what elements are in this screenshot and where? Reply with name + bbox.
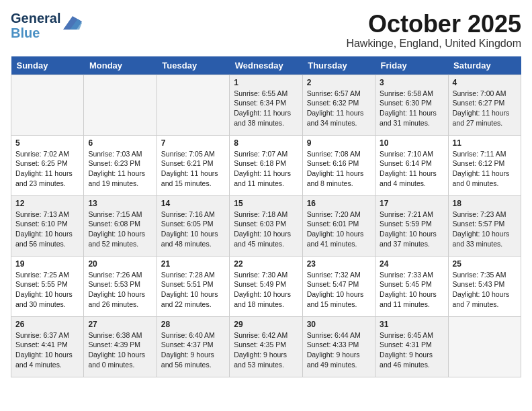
day-info: Sunrise: 7:03 AM Sunset: 6:23 PM Dayligh… xyxy=(88,149,152,189)
header-day-tuesday: Tuesday xyxy=(157,56,229,75)
calendar-cell: 16Sunrise: 7:20 AM Sunset: 6:01 PM Dayli… xyxy=(302,195,375,256)
calendar-cell: 2Sunrise: 6:57 AM Sunset: 6:32 PM Daylig… xyxy=(302,75,375,135)
header-day-friday: Friday xyxy=(375,56,448,75)
day-info: Sunrise: 6:58 AM Sunset: 6:30 PM Dayligh… xyxy=(380,89,443,128)
calendar-cell: 10Sunrise: 7:10 AM Sunset: 6:14 PM Dayli… xyxy=(375,135,448,195)
calendar-cell: 27Sunrise: 6:38 AM Sunset: 4:39 PM Dayli… xyxy=(84,316,157,377)
calendar-cell: 13Sunrise: 7:15 AM Sunset: 6:08 PM Dayli… xyxy=(84,195,157,256)
day-info: Sunrise: 7:30 AM Sunset: 5:49 PM Dayligh… xyxy=(234,270,298,310)
calendar-cell: 20Sunrise: 7:26 AM Sunset: 5:53 PM Dayli… xyxy=(84,256,157,316)
header-day-saturday: Saturday xyxy=(448,56,521,75)
day-number: 5 xyxy=(15,138,79,148)
day-number: 3 xyxy=(380,78,443,87)
calendar-cell: 24Sunrise: 7:33 AM Sunset: 5:45 PM Dayli… xyxy=(375,256,448,316)
day-number: 14 xyxy=(161,199,225,208)
calendar-cell: 25Sunrise: 7:35 AM Sunset: 5:43 PM Dayli… xyxy=(448,256,521,316)
day-number: 18 xyxy=(453,199,517,208)
day-info: Sunrise: 6:45 AM Sunset: 4:31 PM Dayligh… xyxy=(380,330,443,370)
day-number: 2 xyxy=(307,78,371,87)
day-number: 8 xyxy=(234,138,298,148)
day-number: 20 xyxy=(88,259,152,269)
day-info: Sunrise: 7:20 AM Sunset: 6:01 PM Dayligh… xyxy=(307,210,371,249)
calendar-cell: 21Sunrise: 7:28 AM Sunset: 5:51 PM Dayli… xyxy=(157,256,229,316)
calendar-cell xyxy=(11,75,84,135)
day-number: 19 xyxy=(15,259,79,269)
calendar-cell: 4Sunrise: 7:00 AM Sunset: 6:27 PM Daylig… xyxy=(448,75,521,135)
day-info: Sunrise: 7:05 AM Sunset: 6:21 PM Dayligh… xyxy=(161,149,225,189)
day-number: 23 xyxy=(307,259,371,269)
day-number: 30 xyxy=(307,320,371,329)
calendar-cell: 18Sunrise: 7:23 AM Sunset: 5:57 PM Dayli… xyxy=(448,195,521,256)
calendar-week-3: 12Sunrise: 7:13 AM Sunset: 6:10 PM Dayli… xyxy=(11,195,521,256)
calendar-cell xyxy=(84,75,157,135)
day-number: 11 xyxy=(453,138,517,148)
calendar-cell: 14Sunrise: 7:16 AM Sunset: 6:05 PM Dayli… xyxy=(157,195,229,256)
calendar-week-2: 5Sunrise: 7:02 AM Sunset: 6:25 PM Daylig… xyxy=(11,135,521,195)
day-info: Sunrise: 7:23 AM Sunset: 5:57 PM Dayligh… xyxy=(453,210,517,249)
calendar-cell: 30Sunrise: 6:44 AM Sunset: 4:33 PM Dayli… xyxy=(302,316,375,377)
logo-icon xyxy=(63,16,82,30)
day-info: Sunrise: 6:40 AM Sunset: 4:37 PM Dayligh… xyxy=(161,330,225,370)
day-info: Sunrise: 7:32 AM Sunset: 5:47 PM Dayligh… xyxy=(307,270,371,310)
day-info: Sunrise: 7:02 AM Sunset: 6:25 PM Dayligh… xyxy=(15,149,79,189)
day-info: Sunrise: 7:11 AM Sunset: 6:12 PM Dayligh… xyxy=(453,149,517,189)
day-info: Sunrise: 7:35 AM Sunset: 5:43 PM Dayligh… xyxy=(453,270,517,310)
calendar-cell: 22Sunrise: 7:30 AM Sunset: 5:49 PM Dayli… xyxy=(230,256,302,316)
day-number: 22 xyxy=(234,259,298,269)
logo-text: GeneralBlue xyxy=(11,11,60,40)
day-number: 21 xyxy=(161,259,225,269)
calendar-cell: 15Sunrise: 7:18 AM Sunset: 6:03 PM Dayli… xyxy=(230,195,302,256)
header-day-monday: Monday xyxy=(84,56,157,75)
day-number: 7 xyxy=(161,138,225,148)
day-info: Sunrise: 7:21 AM Sunset: 5:59 PM Dayligh… xyxy=(380,210,443,249)
day-info: Sunrise: 7:10 AM Sunset: 6:14 PM Dayligh… xyxy=(380,149,443,189)
day-info: Sunrise: 7:18 AM Sunset: 6:03 PM Dayligh… xyxy=(234,210,298,249)
day-info: Sunrise: 7:08 AM Sunset: 6:16 PM Dayligh… xyxy=(307,149,371,189)
title-section: October 2025 Hawkinge, England, United K… xyxy=(346,11,521,50)
calendar-table: SundayMondayTuesdayWednesdayThursdayFrid… xyxy=(11,56,521,377)
calendar-cell: 28Sunrise: 6:40 AM Sunset: 4:37 PM Dayli… xyxy=(157,316,229,377)
day-number: 29 xyxy=(234,320,298,329)
day-info: Sunrise: 7:25 AM Sunset: 5:55 PM Dayligh… xyxy=(15,270,79,310)
calendar-cell: 31Sunrise: 6:45 AM Sunset: 4:31 PM Dayli… xyxy=(375,316,448,377)
day-info: Sunrise: 7:16 AM Sunset: 6:05 PM Dayligh… xyxy=(161,210,225,249)
calendar-cell: 29Sunrise: 6:42 AM Sunset: 4:35 PM Dayli… xyxy=(230,316,302,377)
header-day-thursday: Thursday xyxy=(302,56,375,75)
calendar-cell: 9Sunrise: 7:08 AM Sunset: 6:16 PM Daylig… xyxy=(302,135,375,195)
calendar-cell: 12Sunrise: 7:13 AM Sunset: 6:10 PM Dayli… xyxy=(11,195,84,256)
day-number: 6 xyxy=(88,138,152,148)
day-info: Sunrise: 6:42 AM Sunset: 4:35 PM Dayligh… xyxy=(234,330,298,370)
calendar-cell xyxy=(448,316,521,377)
header-day-sunday: Sunday xyxy=(11,56,84,75)
calendar-cell: 8Sunrise: 7:07 AM Sunset: 6:18 PM Daylig… xyxy=(230,135,302,195)
calendar-cell xyxy=(157,75,229,135)
day-number: 10 xyxy=(380,138,443,148)
calendar-week-4: 19Sunrise: 7:25 AM Sunset: 5:55 PM Dayli… xyxy=(11,256,521,316)
day-info: Sunrise: 6:37 AM Sunset: 4:41 PM Dayligh… xyxy=(15,330,79,370)
calendar-cell: 6Sunrise: 7:03 AM Sunset: 6:23 PM Daylig… xyxy=(84,135,157,195)
day-number: 28 xyxy=(161,320,225,329)
day-info: Sunrise: 6:38 AM Sunset: 4:39 PM Dayligh… xyxy=(88,330,152,370)
day-info: Sunrise: 7:07 AM Sunset: 6:18 PM Dayligh… xyxy=(234,149,298,189)
day-number: 31 xyxy=(380,320,443,329)
calendar-cell: 26Sunrise: 6:37 AM Sunset: 4:41 PM Dayli… xyxy=(11,316,84,377)
calendar-cell: 5Sunrise: 7:02 AM Sunset: 6:25 PM Daylig… xyxy=(11,135,84,195)
day-number: 24 xyxy=(380,259,443,269)
day-info: Sunrise: 7:15 AM Sunset: 6:08 PM Dayligh… xyxy=(88,210,152,249)
day-info: Sunrise: 7:00 AM Sunset: 6:27 PM Dayligh… xyxy=(453,89,517,128)
calendar-cell: 19Sunrise: 7:25 AM Sunset: 5:55 PM Dayli… xyxy=(11,256,84,316)
day-info: Sunrise: 6:44 AM Sunset: 4:33 PM Dayligh… xyxy=(307,330,371,370)
day-number: 17 xyxy=(380,199,443,208)
day-number: 25 xyxy=(453,259,517,269)
header-day-wednesday: Wednesday xyxy=(230,56,302,75)
calendar-cell: 1Sunrise: 6:55 AM Sunset: 6:34 PM Daylig… xyxy=(230,75,302,135)
day-number: 13 xyxy=(88,199,152,208)
calendar-week-1: 1Sunrise: 6:55 AM Sunset: 6:34 PM Daylig… xyxy=(11,75,521,135)
day-number: 1 xyxy=(234,78,298,87)
calendar-cell: 17Sunrise: 7:21 AM Sunset: 5:59 PM Dayli… xyxy=(375,195,448,256)
header-row: SundayMondayTuesdayWednesdayThursdayFrid… xyxy=(11,56,521,75)
day-number: 12 xyxy=(15,199,79,208)
location-subtitle: Hawkinge, England, United Kingdom xyxy=(346,38,521,50)
logo: GeneralBlue xyxy=(11,11,82,40)
calendar-cell: 7Sunrise: 7:05 AM Sunset: 6:21 PM Daylig… xyxy=(157,135,229,195)
